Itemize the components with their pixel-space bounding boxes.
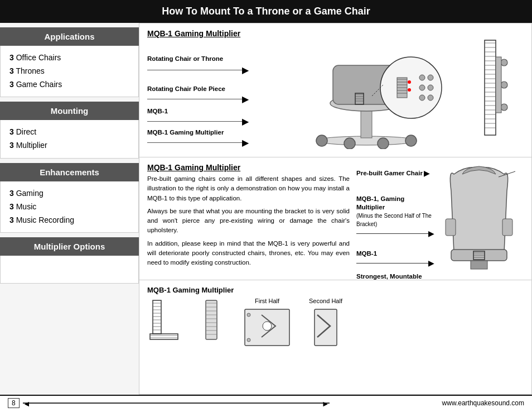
footer-left: 8 ► ► (8, 398, 330, 408)
arrow-line-4 (147, 142, 242, 143)
arrow-line-3 (147, 121, 242, 122)
item-num: 3 (9, 127, 14, 136)
label-pole-piece: Rotating Chair Pole Piece ▶ (147, 85, 249, 104)
list-item: 3 Music (9, 200, 129, 214)
page-number: 8 (8, 398, 20, 408)
item-num: 3 (9, 189, 14, 198)
svg-point-28 (408, 88, 411, 92)
arrow-line-1 (147, 70, 242, 70)
svg-point-52 (501, 82, 507, 88)
bracket-diagram-1 (147, 298, 181, 344)
svg-rect-62 (446, 219, 456, 236)
svg-point-24 (428, 85, 433, 90)
svg-point-27 (408, 80, 411, 84)
top-section-title: MQB-1 Gaming Multiplier (147, 29, 249, 38)
bottom-section: MQB-1 Gaming Multiplier (139, 280, 531, 353)
first-half-diagram: First Half (242, 298, 292, 353)
svg-point-1 (316, 135, 327, 146)
second-half-diagram: Second Half (309, 298, 342, 353)
label-mqb1: MQB-1 ▶ (147, 108, 249, 127)
svg-point-4 (405, 135, 417, 146)
top-labels: MQB-1 Gaming Multiplier Rotating Chair o… (147, 29, 253, 151)
item-num: 3 (9, 141, 14, 150)
desc-section: MQB-1 Gaming Multiplier Pre-built gaming… (139, 157, 531, 280)
item-num: 3 (9, 66, 14, 75)
svg-rect-74 (150, 334, 178, 339)
svg-rect-64 (153, 300, 161, 334)
svg-point-23 (419, 85, 425, 90)
footer-website: www.earthquakesound.com (442, 399, 524, 407)
item-label: Thrones (16, 66, 44, 75)
applications-heading: Applications (0, 27, 139, 46)
list-item: 3 Multiplier (9, 139, 129, 152)
second-half-svg (309, 306, 342, 351)
bracket-diagram-2 (197, 298, 225, 344)
svg-point-53 (501, 104, 507, 111)
side-svg (482, 35, 521, 146)
sidebar-section-mounting: Mounting 3 Direct 3 Multiplier (0, 102, 139, 159)
bottom-title: MQB-1 Gaming Multiplier (147, 286, 524, 294)
enhancements-heading: Enhancements (0, 163, 139, 181)
svg-rect-56 (471, 261, 487, 269)
list-item: 3 Office Chairs (9, 51, 129, 65)
arrow-line-2 (147, 99, 242, 99)
second-half-label: Second Half (309, 298, 342, 304)
bracket-2-svg (197, 298, 225, 342)
rotating-chair-label: Rotating Chair or Throne (147, 55, 223, 62)
item-label: Direct (16, 127, 37, 136)
item-label: Office Chairs (16, 53, 61, 62)
enhancements-content: 3 Gaming 3 Music 3 Music Recording (0, 181, 139, 233)
strongest-label: Strongest, Mountable Area on Chair (This… (356, 272, 434, 280)
top-section: MQB-1 Gaming Multiplier Rotating Chair o… (139, 23, 531, 157)
mounting-content: 3 Direct 3 Multiplier (0, 120, 139, 159)
mounting-heading: Mounting (0, 102, 139, 120)
applications-content: 3 Office Chairs 3 Thrones 3 Game Chairs (0, 46, 139, 97)
svg-rect-77 (206, 300, 217, 339)
item-num: 3 (9, 215, 14, 224)
mqb1-label-desc: MQB-1 ▶ (356, 249, 434, 267)
desc-para-2: Always be sure that what you are mountin… (147, 207, 350, 236)
desc-para-1: Pre-built gaming chairs come in all diff… (147, 174, 350, 203)
header-title: How To Mount To a Throne or a Game Chair (162, 6, 370, 17)
desc-left: MQB-1 Gaming Multiplier Pre-built gaming… (147, 163, 350, 274)
svg-rect-63 (502, 219, 512, 236)
svg-rect-54 (496, 57, 501, 113)
footer: 8 ► ► www.earthquakesound.com (0, 395, 532, 410)
item-label: Gaming (16, 189, 43, 198)
svg-point-51 (501, 59, 507, 66)
label-mqb1-gaming: MQB-1 Gaming Multiplier ▶ (147, 129, 249, 148)
label-rotating-chair: Rotating Chair or Throne ▶ (147, 55, 249, 75)
svg-point-22 (428, 75, 433, 80)
item-num: 3 (9, 53, 14, 62)
list-item: 3 Direct (9, 126, 129, 139)
footer-arrow-container: ► ► (23, 402, 330, 404)
list-item: 3 Gaming (9, 187, 129, 200)
list-item: 3 Thrones (9, 65, 129, 78)
sidebar-section-enhancements: Enhancements 3 Gaming 3 Music 3 Music Re… (0, 163, 139, 233)
sidebar-section-applications: Applications 3 Office Chairs 3 Thrones 3… (0, 27, 139, 97)
item-label: Music (16, 202, 37, 211)
desc-right: Pre-built Gamer Chair ▶ MQB-1, Gaming Mu… (356, 163, 524, 274)
item-label: Multiplier (16, 141, 47, 150)
item-label: Music Recording (16, 215, 74, 224)
list-item: 3 Game Chairs (9, 78, 129, 92)
svg-point-26 (428, 95, 433, 100)
prebuilt-label: Pre-built Gamer Chair ▶ (356, 169, 434, 178)
page-header: How To Mount To a Throne or a Game Chair (0, 0, 532, 23)
sidebar-section-multiplier: Multiplier Options (0, 237, 139, 284)
gaming-chair-svg (443, 163, 515, 275)
desc-para-3: In addition, please keep in mind that th… (147, 239, 350, 268)
chair-diagram (253, 29, 479, 151)
sidebar: Applications 3 Office Chairs 3 Thrones 3… (0, 23, 139, 395)
svg-point-2 (344, 138, 355, 149)
bracket-1-svg (147, 298, 181, 342)
footer-arrow-line: ► ► (23, 403, 330, 404)
right-label-block: Pre-built Gamer Chair ▶ MQB-1, Gaming Mu… (356, 163, 434, 274)
multiplier-content (0, 256, 139, 284)
chair-svg (277, 32, 456, 149)
item-num: 3 (9, 202, 14, 211)
gaming-chair-diagram (434, 163, 524, 274)
desc-title: MQB-1 Gaming Multiplier (147, 163, 350, 172)
svg-point-88 (263, 322, 272, 330)
mqb1-gaming-label: MQB-1, Gaming Multiplier (Minus the Seco… (356, 194, 434, 238)
